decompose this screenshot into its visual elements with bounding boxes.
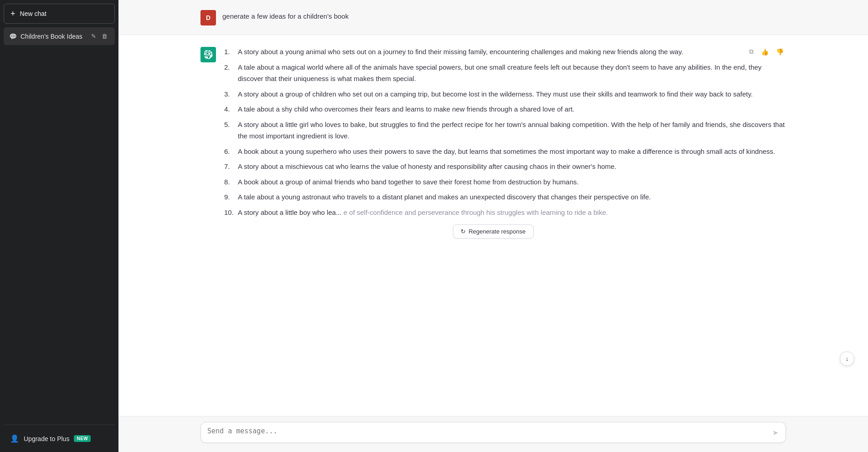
list-item: 8. A book about a group of animal friend… xyxy=(224,176,786,188)
plus-icon: + xyxy=(10,10,15,18)
new-chat-label: New chat xyxy=(20,10,46,17)
list-item: 9. A tale about a young astronaut who tr… xyxy=(224,191,786,203)
item-text: A story about a little boy who lea... e … xyxy=(238,207,608,218)
list-item: 10. A story about a little boy who lea..… xyxy=(224,207,786,218)
ai-response-area[interactable]: 1. A story about a young animal who sets… xyxy=(118,35,868,416)
sidebar-bottom: 👤 Upgrade to Plus NEW xyxy=(4,425,115,448)
thumbs-down-icon: 👎 xyxy=(776,48,784,56)
openai-icon xyxy=(204,50,213,59)
item-text: A story about a young animal who sets ou… xyxy=(238,46,683,58)
thumbs-up-icon: 👍 xyxy=(761,48,769,56)
list-item: 3. A story about a group of children who… xyxy=(224,88,786,100)
thumbs-down-button[interactable]: 👎 xyxy=(774,46,786,57)
upgrade-button[interactable]: 👤 Upgrade to Plus NEW xyxy=(4,429,115,448)
edit-chat-button[interactable]: ✎ xyxy=(89,32,98,41)
item-num: 3. xyxy=(224,88,235,100)
item-num: 1. xyxy=(224,46,235,58)
item-text: A story about a group of children who se… xyxy=(238,88,753,100)
input-area: ➤ xyxy=(118,416,868,452)
chat-list: 💬 Children's Book Ideas ✎ 🗑 xyxy=(4,27,115,421)
input-box: ➤ xyxy=(200,422,786,443)
sidebar: + New chat 💬 Children's Book Ideas ✎ 🗑 👤… xyxy=(0,0,118,452)
item-num: 5. xyxy=(224,119,235,142)
new-badge: NEW xyxy=(74,435,91,442)
send-button[interactable]: ➤ xyxy=(771,427,779,438)
list-item: 2. A tale about a magical world where al… xyxy=(224,61,786,85)
item-text: A story about a little girl who loves to… xyxy=(238,119,786,142)
regenerate-label: Regenerate response xyxy=(468,228,525,235)
main-content: D generate a few ideas for a children's … xyxy=(118,0,868,452)
item-text: A story about a mischievous cat who lear… xyxy=(238,161,616,173)
user-message-area: D generate a few ideas for a children's … xyxy=(118,0,868,35)
user-avatar: D xyxy=(200,10,216,25)
scroll-down-icon: ↓ xyxy=(846,355,849,362)
message-input[interactable] xyxy=(207,427,771,438)
delete-chat-button[interactable]: 🗑 xyxy=(100,32,109,41)
scroll-down-button[interactable]: ↓ xyxy=(840,351,854,366)
thumbs-up-button[interactable]: 👍 xyxy=(759,46,771,57)
new-chat-button[interactable]: + New chat xyxy=(4,4,115,24)
chat-item[interactable]: 💬 Children's Book Ideas ✎ 🗑 xyxy=(4,27,115,45)
upgrade-label: Upgrade to Plus xyxy=(24,435,69,442)
item-num: 10. xyxy=(224,207,235,218)
item-text: A book about a group of animal friends w… xyxy=(238,176,579,188)
ai-actions: ⧉ 👍 👎 xyxy=(747,46,786,57)
item-text: A book about a young superhero who uses … xyxy=(238,146,775,157)
item-text: A tale about a young astronaut who trave… xyxy=(238,191,651,203)
ai-message: 1. A story about a young animal who sets… xyxy=(200,46,786,222)
regenerate-button[interactable]: ↻ Regenerate response xyxy=(453,224,533,239)
item-num: 8. xyxy=(224,176,235,188)
send-icon: ➤ xyxy=(772,428,778,437)
item-num: 9. xyxy=(224,191,235,203)
regenerate-bar: ↻ Regenerate response xyxy=(200,222,786,242)
response-list: 1. A story about a young animal who sets… xyxy=(222,46,786,218)
user-prompt-text: generate a few ideas for a children's bo… xyxy=(222,9,349,22)
item-num: 2. xyxy=(224,61,235,85)
list-item: 5. A story about a little girl who loves… xyxy=(224,119,786,142)
item-num: 4. xyxy=(224,103,235,115)
ai-avatar xyxy=(200,47,216,62)
copy-icon: ⧉ xyxy=(749,48,754,56)
regenerate-icon: ↻ xyxy=(461,228,466,235)
list-item: 1. A story about a young animal who sets… xyxy=(224,46,786,58)
chat-item-label: Children's Book Ideas xyxy=(21,33,86,40)
chat-bubble-icon: 💬 xyxy=(9,33,17,40)
list-item: 6. A book about a young superhero who us… xyxy=(224,146,786,157)
item-num: 7. xyxy=(224,161,235,173)
person-icon: 👤 xyxy=(10,434,19,443)
list-item: 7. A story about a mischievous cat who l… xyxy=(224,161,786,173)
chat-item-actions: ✎ 🗑 xyxy=(89,32,109,41)
item-text: A tale about a magical world where all o… xyxy=(238,61,786,85)
item-num: 6. xyxy=(224,146,235,157)
ai-response-content: 1. A story about a young animal who sets… xyxy=(222,46,786,222)
list-item: 4. A tale about a shy child who overcome… xyxy=(224,103,786,115)
copy-button[interactable]: ⧉ xyxy=(747,46,756,57)
item-text: A tale about a shy child who overcomes t… xyxy=(238,103,575,115)
